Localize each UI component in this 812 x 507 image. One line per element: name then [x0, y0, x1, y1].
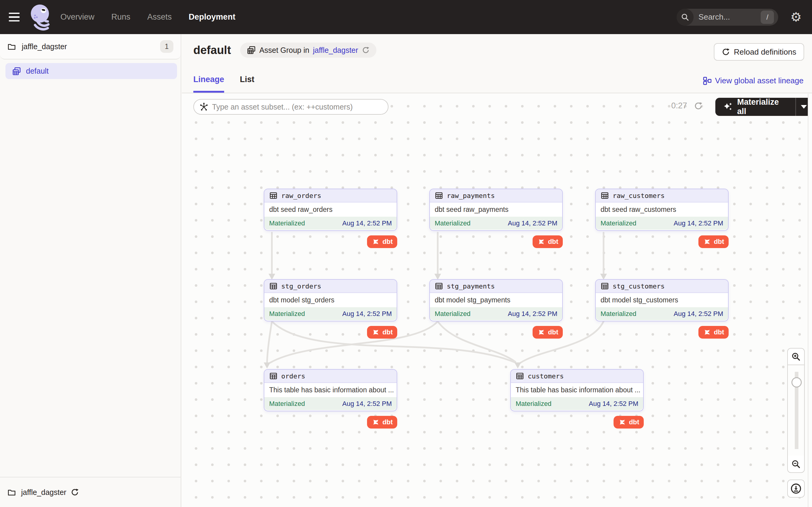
refresh-icon[interactable]	[362, 46, 370, 54]
status-badge: Materialized	[435, 219, 471, 227]
dbt-badge[interactable]: dbt	[698, 326, 729, 339]
asset-node-stg-customers[interactable]: stg_customers dbt model stg_customers Ma…	[595, 279, 729, 321]
asset-node-header: stg_customers	[596, 280, 728, 293]
asset-description: This table has basic information about .…	[264, 383, 397, 397]
zoom-slider[interactable]	[787, 365, 805, 456]
table-icon	[269, 282, 277, 290]
asset-node-raw-orders[interactable]: raw_orders dbt seed raw_orders Materiali…	[264, 188, 397, 231]
asset-title: raw_customers	[613, 192, 665, 200]
zoom-slider-knob[interactable]	[792, 377, 802, 388]
context-repo-link[interactable]: jaffle_dagster	[313, 46, 358, 55]
asset-description: dbt seed raw_payments	[430, 203, 562, 217]
asset-node-raw-payments[interactable]: raw_payments dbt seed raw_payments Mater…	[429, 188, 563, 231]
refresh-icon	[722, 48, 730, 56]
materialization-timestamp[interactable]: Aug 14, 2:52 PM	[342, 219, 392, 227]
asset-description: dbt seed raw_customers	[596, 203, 728, 217]
table-icon	[601, 191, 609, 200]
materialization-timestamp[interactable]: Aug 14, 2:52 PM	[508, 310, 557, 318]
view-global-asset-lineage-link[interactable]: View global asset lineage	[703, 76, 804, 86]
asset-node-header: raw_payments	[430, 189, 562, 203]
lineage-canvas[interactable]: 0:27 Materialize all raw_orders dbt seed…	[182, 94, 812, 507]
materialization-timestamp[interactable]: Aug 14, 2:52 PM	[342, 400, 392, 408]
refresh-icon[interactable]	[71, 488, 79, 496]
dbt-badge[interactable]: dbt	[532, 326, 563, 339]
asset-groups-sidebar: jaffle_dagster 1 default jaffle_dagster	[0, 34, 181, 507]
slash-shortcut: /	[761, 11, 774, 24]
refresh-icon[interactable]	[694, 101, 703, 110]
dbt-badge[interactable]: dbt	[367, 235, 397, 248]
dbt-logo-icon	[703, 237, 711, 246]
search-icon	[677, 9, 694, 25]
asset-status-row: Materialized Aug 14, 2:52 PM	[596, 307, 728, 320]
refresh-timer: 0:27	[671, 101, 687, 110]
dbt-logo-icon	[537, 328, 546, 337]
status-badge: Materialized	[601, 219, 637, 227]
asset-node-raw-customers[interactable]: raw_customers dbt seed raw_customers Mat…	[595, 188, 729, 231]
materialization-timestamp[interactable]: Aug 14, 2:52 PM	[508, 219, 557, 227]
nav-deployment[interactable]: Deployment	[189, 12, 236, 22]
asset-description: This table has basic information about .…	[511, 383, 643, 397]
nav-assets[interactable]: Assets	[147, 12, 172, 22]
asset-node-stg-payments[interactable]: stg_payments dbt model stg_payments Mate…	[429, 279, 563, 321]
folder-icon	[7, 42, 16, 51]
zoom-controls	[787, 348, 805, 498]
nav-runs[interactable]: Runs	[111, 12, 131, 22]
global-lineage-label: View global asset lineage	[715, 76, 804, 86]
table-icon	[435, 282, 443, 290]
nav-overview[interactable]: Overview	[60, 12, 95, 22]
asset-node-header: stg_payments	[430, 280, 562, 293]
dbt-badge[interactable]: dbt	[698, 235, 729, 248]
dbt-logo-icon	[371, 237, 380, 246]
dagster-logo	[29, 3, 53, 32]
chevron-down-icon	[801, 105, 807, 109]
download-image-button[interactable]	[787, 480, 805, 498]
table-icon	[601, 282, 609, 290]
asset-node-header: raw_customers	[596, 189, 728, 203]
zoom-out-icon	[791, 459, 801, 469]
asset-node-header: orders	[264, 370, 397, 383]
gear-icon[interactable]: ⚙	[790, 11, 802, 23]
asset-node-header: raw_orders	[264, 189, 397, 203]
materialization-timestamp[interactable]: Aug 14, 2:52 PM	[674, 310, 723, 318]
asset-node-customers[interactable]: customers This table has basic informati…	[510, 369, 644, 411]
materialize-all-button[interactable]: Materialize all	[715, 98, 795, 116]
dbt-logo-icon	[537, 237, 546, 246]
dbt-badge[interactable]: dbt	[367, 416, 397, 429]
page-title: default	[193, 44, 231, 57]
materialization-timestamp[interactable]: Aug 14, 2:52 PM	[342, 310, 392, 318]
asset-node-stg-orders[interactable]: stg_orders dbt model stg_orders Material…	[264, 279, 397, 321]
status-badge: Materialized	[435, 310, 471, 318]
menu-icon[interactable]	[0, 0, 29, 34]
tab-list[interactable]: List	[240, 75, 254, 93]
materialize-all-button-group: Materialize all	[715, 98, 812, 116]
asset-title: raw_orders	[281, 192, 321, 200]
asset-description: dbt model stg_orders	[264, 293, 397, 307]
group-count-badge: 1	[160, 40, 173, 53]
reload-definitions-button[interactable]: Reload definitions	[714, 43, 804, 61]
dbt-badge[interactable]: dbt	[614, 416, 644, 429]
dbt-badge[interactable]: dbt	[532, 235, 563, 248]
sidebar-item-default-group[interactable]: default	[5, 63, 177, 79]
canvas-scrollbar-gutter[interactable]	[808, 94, 812, 507]
dbt-badge[interactable]: dbt	[367, 326, 397, 339]
sparkle-icon	[723, 102, 733, 112]
asset-title: stg_payments	[447, 282, 495, 290]
search-input[interactable]: Search... /	[677, 9, 778, 25]
asset-title: stg_customers	[613, 282, 665, 290]
materialize-all-label: Materialize all	[737, 98, 788, 116]
tab-lineage[interactable]: Lineage	[193, 75, 224, 93]
sidebar-item-jaffle-dagster[interactable]: jaffle_dagster 1	[0, 34, 181, 59]
dbt-logo-icon	[618, 418, 626, 427]
asset-status-row: Materialized Aug 14, 2:52 PM	[264, 397, 397, 410]
asset-node-orders[interactable]: orders This table has basic information …	[264, 369, 397, 411]
asset-subset-filter[interactable]	[193, 99, 389, 115]
zoom-out-button[interactable]	[787, 456, 805, 473]
dbt-logo-icon	[371, 418, 380, 427]
materialization-timestamp[interactable]: Aug 14, 2:52 PM	[589, 400, 638, 408]
asset-group-context-pill[interactable]: Asset Group in jaffle_dagster	[240, 43, 376, 58]
status-badge: Materialized	[269, 219, 305, 227]
zoom-in-button[interactable]	[787, 348, 805, 365]
asset-subset-input[interactable]	[212, 103, 383, 111]
materialization-timestamp[interactable]: Aug 14, 2:52 PM	[674, 219, 723, 227]
asset-title: orders	[281, 373, 305, 380]
